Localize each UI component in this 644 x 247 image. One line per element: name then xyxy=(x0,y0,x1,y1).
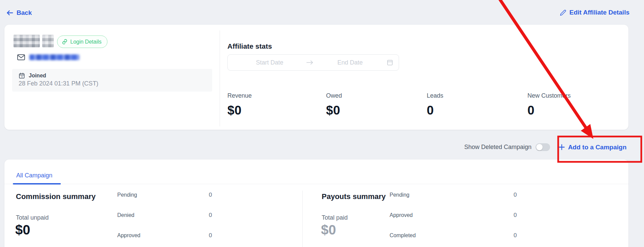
add-to-campaign-button[interactable]: Add to a Campaign xyxy=(559,144,626,151)
stat-revenue: Revenue $0 xyxy=(227,92,252,118)
affiliate-name-redacted xyxy=(14,35,40,47)
payouts-row-value: 0 xyxy=(514,192,517,198)
active-tab-underline xyxy=(13,183,61,184)
stat-new-customers: New Customers 0 xyxy=(527,92,571,118)
envelope-icon xyxy=(17,53,25,61)
payouts-row-label: Approved xyxy=(390,212,413,218)
stat-label: New Customers xyxy=(527,92,571,99)
joined-label: Joined xyxy=(29,73,46,79)
joined-info-box: 1 Joined 28 Feb 2024 01:31 PM (CST) xyxy=(12,69,212,92)
show-deleted-campaign-label: Show Deleted Campaign xyxy=(464,144,531,151)
stat-label: Owed xyxy=(326,92,342,99)
arrow-right-icon xyxy=(306,60,314,65)
stat-owed: Owed $0 xyxy=(326,92,342,118)
payouts-row-label: Completed xyxy=(390,232,416,239)
affiliate-email-redacted xyxy=(29,54,79,60)
stat-label: Leads xyxy=(427,92,443,99)
total-paid-label: Total paid xyxy=(322,214,348,221)
back-label: Back xyxy=(17,9,32,17)
stat-value: 0 xyxy=(527,103,571,118)
payouts-row-label: Pending xyxy=(390,192,410,198)
joined-date: 28 Feb 2024 01:31 PM (CST) xyxy=(19,80,212,87)
affiliate-profile-card: Login Details 1 Joined 28 Feb 2024 01:31… xyxy=(4,25,628,130)
stat-value: $0 xyxy=(326,103,342,118)
svg-text:1: 1 xyxy=(21,75,23,78)
start-date-field[interactable]: Start Date xyxy=(233,59,306,66)
end-date-field[interactable]: End Date xyxy=(314,59,387,66)
campaign-controls-row: Show Deleted Campaign Add to a Campaign xyxy=(464,143,626,151)
payouts-row-value: 0 xyxy=(514,232,517,239)
tab-all-campaign[interactable]: All Campaign xyxy=(16,172,52,179)
plus-icon xyxy=(559,144,565,150)
commission-row-label: Pending xyxy=(117,192,137,198)
campaign-summary-card: All Campaign Commission summary Total un… xyxy=(4,159,628,247)
calendar-picker-icon xyxy=(387,59,393,66)
stat-value: 0 xyxy=(427,103,443,118)
payouts-row-value: 0 xyxy=(514,212,517,219)
commission-row-value: 0 xyxy=(209,192,212,198)
total-unpaid-value: $0 xyxy=(15,222,30,238)
pencil-icon xyxy=(560,9,566,16)
affiliate-name-redacted-2 xyxy=(42,35,54,47)
commission-row-label: Approved xyxy=(117,232,141,239)
show-deleted-campaign-toggle[interactable] xyxy=(536,143,550,151)
stat-leads: Leads 0 xyxy=(427,92,443,118)
tab-bar-border xyxy=(4,184,628,184)
edit-affiliate-details-label: Edit Affiliate Details xyxy=(569,9,629,16)
back-link[interactable]: Back xyxy=(6,9,32,17)
login-details-label: Login Details xyxy=(70,39,102,45)
total-unpaid-label: Total unpaid xyxy=(16,214,49,221)
login-details-badge[interactable]: Login Details xyxy=(57,35,107,48)
commission-payouts-divider xyxy=(302,191,303,247)
login-link-icon xyxy=(62,39,68,45)
add-to-campaign-label: Add to a Campaign xyxy=(568,144,626,151)
calendar-icon: 1 xyxy=(19,72,25,79)
edit-affiliate-details-link[interactable]: Edit Affiliate Details xyxy=(560,9,629,16)
date-range-picker[interactable]: Start Date End Date xyxy=(227,54,399,71)
arrow-left-icon xyxy=(6,10,14,16)
toggle-knob xyxy=(536,144,543,150)
payouts-summary-title: Payouts summary xyxy=(322,192,386,201)
commission-row-value: 0 xyxy=(209,232,212,239)
total-paid-value: $0 xyxy=(321,222,336,238)
affiliate-stats-title: Affiliate stats xyxy=(227,42,272,50)
stat-label: Revenue xyxy=(227,92,252,99)
affiliate-detail-page: Back Edit Affiliate Details Login Detail… xyxy=(0,0,644,247)
commission-row-label: Denied xyxy=(117,212,134,218)
commission-row-value: 0 xyxy=(209,212,212,219)
stat-value: $0 xyxy=(227,103,252,118)
profile-stats-divider xyxy=(220,30,220,126)
email-row xyxy=(17,53,79,61)
commission-summary-title: Commission summary xyxy=(16,192,96,201)
